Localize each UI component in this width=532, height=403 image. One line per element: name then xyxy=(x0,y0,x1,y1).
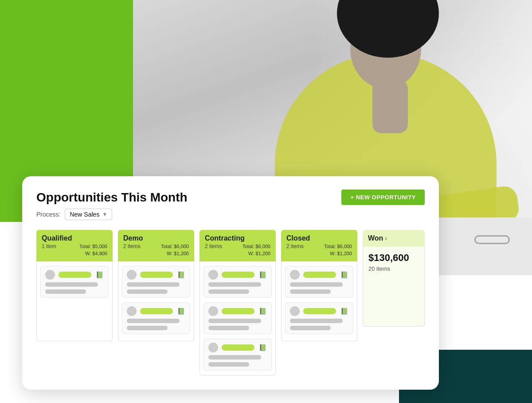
book-icon: 📗 xyxy=(176,271,185,278)
avatar xyxy=(208,343,218,352)
closed-count: 2 items xyxy=(286,243,304,249)
detail-bar-short xyxy=(290,289,331,294)
qualified-count: 1 item xyxy=(42,243,56,249)
detail-bar-short xyxy=(208,289,249,294)
kanban-card[interactable]: 📗 xyxy=(122,302,190,334)
card-top: 📗 xyxy=(208,270,267,280)
progress-bar xyxy=(222,272,254,278)
card-top: 📗 xyxy=(127,270,185,280)
card-top: 📗 xyxy=(127,306,185,316)
contracting-totals: Total: $6,000 W: $1,200 xyxy=(243,243,270,257)
kanban-card[interactable]: 📗 xyxy=(122,266,190,298)
card-top: 📗 xyxy=(208,343,267,352)
kanban-card[interactable]: 📗 xyxy=(285,302,353,334)
column-header-contracting: Contracting 2 items Total: $6,000 W: $1,… xyxy=(200,230,276,261)
demo-count: 2 items xyxy=(123,243,141,249)
column-title-contracting: Contracting xyxy=(205,234,270,242)
book-icon: 📗 xyxy=(95,271,104,278)
avatar xyxy=(127,270,137,280)
detail-bar xyxy=(208,319,261,323)
column-meta-contracting: 2 items Total: $6,000 W: $1,200 xyxy=(205,243,270,257)
card-top: 📗 xyxy=(290,270,348,280)
avatar xyxy=(45,270,55,280)
column-demo: Demo 2 items Total: $6,000 W: $1,200 📗 xyxy=(118,230,194,375)
process-dropdown[interactable]: New Sales ▼ xyxy=(65,209,112,220)
column-qualified: Qualified 1 item Total: $5,000 W: $4,800… xyxy=(36,230,113,375)
kanban-card[interactable]: 📗 xyxy=(203,266,272,298)
detail-bar-short xyxy=(127,289,168,294)
column-body-closed: 📗 📗 xyxy=(281,261,357,341)
card-header: Opportunities This Month + NEW OPPORTUNI… xyxy=(36,190,425,205)
progress-bar xyxy=(222,308,254,314)
chevron-down-icon: ▼ xyxy=(102,211,107,217)
contracting-count: 2 items xyxy=(205,243,222,249)
book-icon: 📗 xyxy=(176,308,185,315)
column-contracting: Contracting 2 items Total: $6,000 W: $1,… xyxy=(200,230,276,375)
column-body-demo: 📗 📗 xyxy=(118,261,194,341)
detail-bar xyxy=(208,282,261,287)
column-meta-demo: 2 items Total: $6,000 W: $1,200 xyxy=(123,243,189,257)
kanban-card[interactable]: 📗 xyxy=(40,266,109,298)
column-closed: Closed 2 items Total: $6,000 W: $1,200 📗 xyxy=(281,230,357,375)
avatar xyxy=(290,270,300,280)
column-header-closed: Closed 2 items Total: $6,000 W: $1,200 xyxy=(281,230,357,261)
column-won: Won › $130,600 20 items xyxy=(363,230,425,375)
column-meta-closed: 2 items Total: $6,000 W: $1,200 xyxy=(286,243,352,257)
column-body-won: $130,600 20 items xyxy=(363,247,425,327)
new-opportunity-button[interactable]: + NEW OPPORTUNITY xyxy=(341,190,425,205)
avatar xyxy=(208,270,218,280)
column-header-demo: Demo 2 items Total: $6,000 W: $1,200 xyxy=(118,230,194,261)
column-title-qualified: Qualified xyxy=(42,234,107,242)
avatar xyxy=(127,306,137,316)
chevron-right-icon: › xyxy=(385,235,387,242)
book-icon: 📗 xyxy=(340,271,348,278)
detail-bar-short xyxy=(290,326,331,330)
kanban-board: Qualified 1 item Total: $5,000 W: $4,800… xyxy=(36,230,425,375)
progress-bar xyxy=(303,272,336,278)
column-body-qualified: 📗 xyxy=(36,261,113,341)
won-amount: $130,600 xyxy=(368,252,419,264)
process-value: New Sales xyxy=(70,211,99,218)
process-label: Process: xyxy=(36,211,60,218)
progress-bar xyxy=(303,308,336,314)
opportunities-card: Opportunities This Month + NEW OPPORTUNI… xyxy=(22,176,439,390)
detail-bar-short xyxy=(208,326,249,330)
kanban-card[interactable]: 📗 xyxy=(203,302,272,334)
progress-bar xyxy=(222,344,254,351)
qualified-totals: Total: $5,000 W: $4,800 xyxy=(79,243,107,257)
detail-bar-short xyxy=(45,289,86,294)
card-top: 📗 xyxy=(45,270,104,280)
detail-bar-short xyxy=(208,362,249,367)
demo-totals: Total: $6,000 W: $1,200 xyxy=(161,243,189,257)
column-title-won: Won xyxy=(368,234,383,242)
column-body-contracting: 📗 📗 xyxy=(200,261,276,375)
detail-bar xyxy=(127,282,180,287)
kanban-card[interactable]: 📗 xyxy=(203,339,272,371)
column-header-won[interactable]: Won › xyxy=(363,230,425,247)
column-header-qualified: Qualified 1 item Total: $5,000 W: $4,800 xyxy=(36,230,113,261)
progress-bar xyxy=(59,272,91,278)
won-count: 20 items xyxy=(368,265,419,272)
page-title: Opportunities This Month xyxy=(36,190,188,205)
column-title-closed: Closed xyxy=(286,234,352,242)
book-icon: 📗 xyxy=(258,308,267,315)
book-icon: 📗 xyxy=(258,271,267,278)
avatar xyxy=(290,306,300,316)
detail-bar xyxy=(290,282,343,287)
detail-bar xyxy=(208,355,261,360)
detail-bar xyxy=(290,319,343,323)
progress-bar xyxy=(140,272,173,278)
detail-bar-short xyxy=(127,326,168,330)
closed-totals: Total: $6,000 W: $1,200 xyxy=(324,243,352,257)
column-meta-qualified: 1 item Total: $5,000 W: $4,800 xyxy=(42,243,107,257)
card-top: 📗 xyxy=(290,306,348,316)
detail-bar xyxy=(127,319,180,323)
detail-bar xyxy=(45,282,98,287)
book-icon: 📗 xyxy=(258,344,267,351)
progress-bar xyxy=(140,308,173,314)
card-top: 📗 xyxy=(208,306,267,316)
kanban-card[interactable]: 📗 xyxy=(285,266,353,298)
column-title-demo: Demo xyxy=(123,234,189,242)
process-row: Process: New Sales ▼ xyxy=(36,209,425,220)
book-icon: 📗 xyxy=(340,308,348,315)
